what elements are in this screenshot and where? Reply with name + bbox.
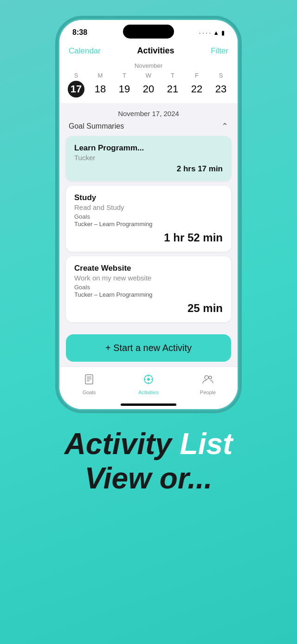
page-title: Activities: [137, 46, 174, 56]
section-title: Goal Summaries: [69, 122, 124, 130]
card-subtitle-study: Read and Study: [74, 203, 223, 211]
day-col-wed[interactable]: W 20: [138, 72, 159, 98]
start-activity-button[interactable]: + Start a new Activity: [66, 334, 231, 362]
day-letter-mon: M: [98, 72, 103, 79]
card-title-study: Study: [74, 193, 223, 202]
day-num-21[interactable]: 21: [164, 81, 181, 98]
nav-header: Calendar Activities Filter: [59, 42, 238, 60]
day-num-20[interactable]: 20: [140, 81, 157, 98]
svg-rect-0: [85, 375, 93, 384]
phone-frame: 8:38 · · · · ▲ ▮ Calendar Activities Fil…: [58, 19, 239, 410]
day-num-19[interactable]: 19: [116, 81, 133, 98]
section-header: Goal Summaries ⌃: [59, 121, 238, 136]
tab-goals[interactable]: Goals: [71, 373, 108, 395]
card-meta-value-study: Tucker – Learn Programming: [74, 221, 223, 228]
day-letter-fri: F: [195, 72, 199, 79]
card-subtitle-website: Work on my new website: [74, 274, 223, 282]
day-num-18[interactable]: 18: [92, 81, 109, 98]
battery-icon: ▮: [221, 29, 225, 36]
day-col-mon[interactable]: M 18: [90, 72, 110, 98]
day-letter-sat: S: [219, 72, 223, 79]
tab-label-activities: Activities: [138, 390, 158, 395]
activities-icon: [142, 373, 155, 388]
day-letter-thu: T: [171, 72, 174, 79]
calendar-nav-button[interactable]: Calendar: [69, 46, 101, 56]
status-time: 8:38: [72, 28, 87, 37]
calendar-week: November S 17 M 18 T 19 W 20 T 21: [59, 60, 238, 103]
card-meta-label-website: Goals: [74, 284, 223, 291]
card-duration-learn: 2 hrs 17 min: [74, 164, 223, 174]
tab-label-goals: Goals: [83, 390, 96, 395]
chevron-up-icon[interactable]: ⌃: [221, 121, 228, 131]
card-meta-label-study: Goals: [74, 213, 223, 220]
filter-button[interactable]: Filter: [211, 46, 228, 56]
wifi-icon: ▲: [213, 29, 219, 36]
day-num-23[interactable]: 23: [213, 81, 229, 98]
goals-icon: [83, 373, 95, 388]
day-col-tue[interactable]: T 19: [114, 72, 135, 98]
bottom-text-teal: List: [180, 427, 233, 461]
bottom-text-line1: Activity List: [65, 427, 233, 462]
cards-container: Learn Programm... Tucker 2 hrs 17 min St…: [59, 136, 238, 330]
day-col-sat[interactable]: S 23: [211, 72, 231, 98]
home-indicator: [59, 400, 238, 409]
dynamic-island: [123, 25, 174, 39]
day-letter-tue: T: [123, 72, 126, 79]
day-col-fri[interactable]: F 22: [187, 72, 207, 98]
day-letter-sun: S: [74, 72, 78, 79]
status-icons: · · · · ▲ ▮: [199, 29, 225, 36]
day-letter-wed: W: [146, 72, 151, 79]
home-bar: [121, 403, 176, 406]
bottom-text-bold: Activity: [65, 427, 180, 461]
activity-card-learn[interactable]: Learn Programm... Tucker 2 hrs 17 min: [66, 136, 231, 181]
activity-card-website[interactable]: Create Website Work on my new website Go…: [66, 256, 231, 322]
bottom-text-line2: View or...: [65, 462, 233, 496]
activity-card-study[interactable]: Study Read and Study Goals Tucker – Lear…: [66, 186, 231, 252]
people-icon: [202, 373, 214, 388]
tab-bar: Goals Activities: [59, 366, 238, 400]
main-content: November 17, 2024 Goal Summaries ⌃ Learn…: [59, 103, 238, 366]
selected-date-label: November 17, 2024: [59, 103, 238, 121]
day-num-17[interactable]: 17: [68, 81, 84, 98]
card-title-website: Create Website: [74, 264, 223, 273]
day-col-sun[interactable]: S 17: [66, 72, 86, 98]
card-duration-website: 25 min: [74, 302, 223, 315]
bottom-text: Activity List View or...: [65, 427, 233, 495]
svg-point-10: [205, 376, 208, 379]
week-row: S 17 M 18 T 19 W 20 T 21 F 22: [64, 72, 233, 98]
day-num-22[interactable]: 22: [188, 81, 205, 98]
card-duration-study: 1 hr 52 min: [74, 231, 223, 244]
svg-point-11: [209, 376, 212, 379]
tab-activities[interactable]: Activities: [130, 373, 167, 395]
month-label: November: [64, 62, 233, 69]
card-title-learn: Learn Programm...: [74, 143, 223, 153]
tab-people[interactable]: People: [189, 373, 226, 395]
card-subtitle-learn: Tucker: [74, 154, 223, 162]
tab-label-people: People: [200, 390, 216, 395]
status-bar: 8:38 · · · · ▲ ▮: [59, 20, 238, 42]
day-col-thu[interactable]: T 21: [162, 72, 183, 98]
card-meta-value-website: Tucker – Learn Programming: [74, 291, 223, 298]
svg-point-5: [147, 378, 150, 381]
signal-icon: · · · ·: [199, 29, 211, 36]
